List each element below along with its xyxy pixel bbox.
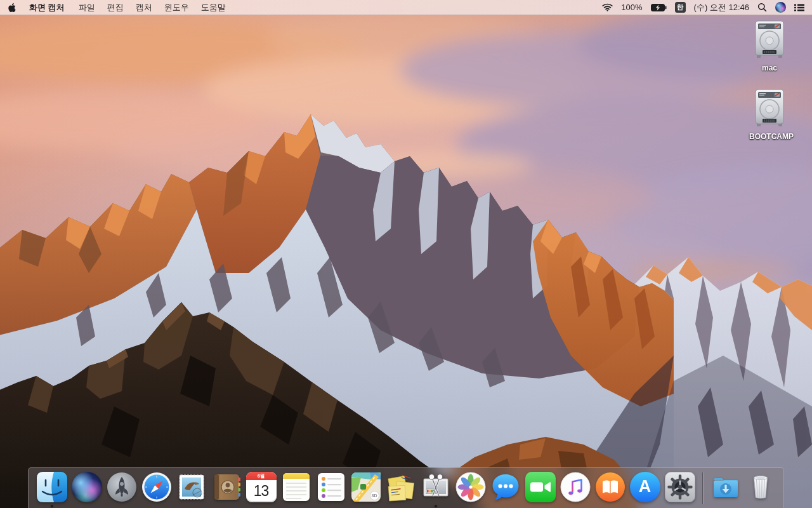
menu-file[interactable]: 파일 (79, 2, 95, 13)
dock: 6월 13 (28, 467, 784, 508)
running-indicator (51, 505, 53, 507)
dock-item-stickies[interactable] (386, 472, 416, 502)
menu-capture[interactable]: 캡처 (136, 2, 152, 13)
wifi-icon[interactable] (602, 3, 613, 11)
dock-item-grab[interactable] (421, 472, 451, 502)
menu-bar-clock[interactable]: (수) 오전 12:46 (694, 2, 749, 13)
dock-item-app-store[interactable]: A (630, 472, 660, 502)
dock-item-launchpad[interactable] (107, 472, 137, 502)
messages-bubble-icon (490, 472, 521, 502)
desktop-screen: 화면 캡처 파일 편집 캡처 윈도우 도움말 100% (0, 0, 812, 508)
dock-separator (702, 472, 703, 504)
notes-icon (281, 472, 311, 502)
calendar-month-label: 6월 (246, 472, 277, 480)
battery-percentage: 100% (621, 3, 642, 12)
hard-drive-icon (752, 20, 787, 60)
trash-icon (745, 472, 776, 502)
volume-label: mac (749, 64, 790, 72)
dock-item-itunes[interactable] (560, 472, 591, 502)
dock-item-system-preferences[interactable] (665, 472, 695, 502)
battery-charging-icon[interactable] (651, 4, 667, 11)
dock-item-facetime[interactable] (525, 472, 556, 502)
menu-help[interactable]: 도움말 (201, 2, 226, 13)
reminders-icon (316, 472, 346, 502)
siri-dock-icon (72, 472, 102, 502)
dock-item-messages[interactable] (490, 472, 521, 502)
desktop-volume-mac[interactable]: mac (749, 20, 790, 72)
volume-label: BOOTCAMP (749, 132, 790, 141)
dock-item-calendar[interactable]: 6월 13 (246, 472, 277, 502)
ibooks-icon (595, 472, 625, 502)
photos-flower-icon (455, 472, 486, 502)
menu-edit[interactable]: 편집 (107, 2, 124, 13)
spotlight-icon[interactable] (757, 3, 767, 12)
hard-drive-icon (752, 88, 787, 129)
menu-bar: 화면 캡처 파일 편집 캡처 윈도우 도움말 100% (0, 0, 812, 15)
facetime-camera-icon (525, 472, 556, 502)
dock-item-finder[interactable] (37, 472, 67, 502)
dock-item-reminders[interactable] (316, 472, 346, 502)
gear-icon (665, 472, 695, 502)
dock-item-downloads[interactable] (710, 472, 741, 502)
downloads-folder-icon (710, 472, 741, 502)
dock-item-contacts[interactable] (211, 472, 242, 502)
dock-item-maps[interactable]: 3D (351, 472, 381, 502)
running-indicator (435, 505, 437, 507)
finder-icon (37, 472, 67, 502)
grab-scissors-icon (421, 472, 451, 502)
siri-icon[interactable] (775, 2, 786, 13)
active-app-menu[interactable]: 화면 캡처 (29, 2, 65, 13)
launchpad-rocket-icon (107, 472, 137, 502)
dock-item-ibooks[interactable] (595, 472, 625, 502)
stickies-icon (386, 472, 416, 502)
calendar-day-label: 13 (246, 480, 277, 502)
menu-window[interactable]: 윈도우 (164, 2, 189, 13)
dock-item-trash[interactable] (745, 472, 776, 502)
dock-item-siri[interactable] (72, 472, 102, 502)
itunes-note-icon (560, 472, 591, 502)
maps-3d-badge: 3D (370, 491, 379, 500)
app-store-letter: A (639, 477, 652, 497)
contacts-book-icon (211, 472, 242, 502)
dock-item-mail[interactable] (176, 472, 207, 502)
safari-compass-icon (141, 472, 172, 502)
dock-item-safari[interactable] (141, 472, 172, 502)
input-source-badge[interactable]: 한 (675, 2, 686, 13)
dock-item-photos[interactable] (455, 472, 486, 502)
desktop-volume-bootcamp[interactable]: BOOTCAMP (749, 88, 790, 141)
wallpaper-sierra-mountain (0, 0, 812, 508)
apple-menu-icon[interactable] (8, 3, 16, 13)
dock-item-notes[interactable] (281, 472, 311, 502)
mail-stamp-icon (176, 472, 207, 502)
notification-center-icon[interactable] (794, 4, 804, 11)
